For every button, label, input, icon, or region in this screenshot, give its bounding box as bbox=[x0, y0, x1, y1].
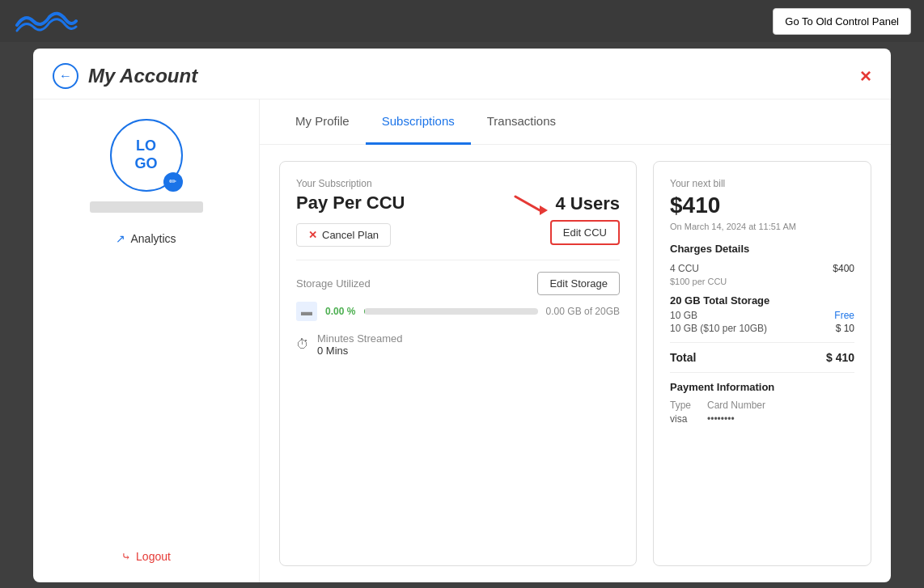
cancel-x-icon: ✕ bbox=[308, 229, 317, 241]
storage-header: Storage Utilized Edit Storage bbox=[296, 272, 620, 295]
logo-area bbox=[13, 5, 78, 37]
user-name-placeholder bbox=[90, 201, 203, 213]
logout-button[interactable]: ⤷ Logout bbox=[121, 550, 171, 563]
ccu-charge-row: 4 CCU $400 bbox=[670, 263, 854, 274]
payment-type-label: Type bbox=[670, 400, 691, 411]
clock-icon: ⏱ bbox=[296, 337, 309, 352]
payment-info-title: Payment Information bbox=[670, 381, 854, 393]
tab-my-profile[interactable]: My Profile bbox=[279, 99, 366, 145]
progress-bar-fill bbox=[364, 308, 365, 315]
plan-name: Pay Per CCU bbox=[296, 192, 405, 214]
external-link-icon: ↗ bbox=[116, 232, 125, 245]
storage-section: Storage Utilized Edit Storage ▬ 0.00 % 0… bbox=[296, 272, 620, 321]
next-bill-label: Your next bill bbox=[670, 178, 854, 189]
storage-row-free: 10 GB Free bbox=[670, 310, 854, 321]
avatar-container: LO GO ✏ bbox=[110, 119, 183, 192]
logout-icon: ⤷ bbox=[121, 550, 131, 563]
modal-header: ← My Account × bbox=[33, 49, 891, 99]
storage-row-extra: 10 GB ($10 per 10GB) $ 10 bbox=[670, 323, 854, 334]
users-section: 4 Users Edit CCU bbox=[511, 192, 620, 245]
avatar-logo-text: LO GO bbox=[134, 137, 157, 172]
tab-transactions[interactable]: Transactions bbox=[471, 99, 572, 145]
minutes-section: ⏱ Minutes Streamed 0 Mins bbox=[296, 332, 620, 357]
modal-title: My Account bbox=[88, 65, 197, 87]
payment-card-value: •••••••• bbox=[707, 413, 765, 425]
divider bbox=[296, 260, 620, 260]
bill-date: On March 14, 2024 at 11:51 AM bbox=[670, 222, 854, 231]
billing-divider-2 bbox=[670, 372, 854, 373]
storage-extra-label: 10 GB ($10 per 10GB) bbox=[670, 323, 767, 334]
analytics-label: Analytics bbox=[130, 232, 176, 245]
main-content-area: Your Subscription Pay Per CCU ✕ Cancel P… bbox=[260, 145, 891, 582]
storage-icon: ▬ bbox=[296, 302, 317, 321]
subscription-header: Pay Per CCU ✕ Cancel Plan bbox=[296, 192, 620, 247]
back-button[interactable]: ← bbox=[53, 63, 78, 89]
old-control-panel-button[interactable]: Go To Old Control Panel bbox=[773, 8, 911, 35]
total-row: Total $ 410 bbox=[670, 351, 854, 364]
cancel-plan-label: Cancel Plan bbox=[322, 229, 379, 241]
payment-card-label: Card Number bbox=[707, 400, 765, 411]
minutes-value: 0 Mins bbox=[317, 345, 403, 357]
users-count: 4 Users bbox=[555, 193, 620, 214]
storage-billing-title: 20 GB Total Storage bbox=[670, 294, 854, 307]
total-label: Total bbox=[670, 351, 696, 364]
avatar-edit-button[interactable]: ✏ bbox=[163, 172, 183, 192]
logo-icon bbox=[13, 5, 78, 37]
analytics-link[interactable]: ↗ Analytics bbox=[116, 232, 176, 245]
my-account-modal: ← My Account × LO GO ✏ bbox=[33, 49, 891, 582]
payment-card-col: Card Number •••••••• bbox=[707, 400, 765, 425]
modal-main: My Profile Subscriptions Transactions Yo… bbox=[260, 99, 891, 582]
logout-label: Logout bbox=[136, 550, 171, 563]
red-arrow-icon bbox=[511, 192, 552, 215]
ccu-sub-label: $100 per CCU bbox=[670, 277, 854, 286]
close-button[interactable]: × bbox=[860, 66, 871, 86]
storage-utilized-label: Storage Utilized bbox=[296, 277, 371, 290]
billing-card: Your next bill $410 On March 14, 2024 at… bbox=[653, 161, 871, 566]
cancel-plan-button[interactable]: ✕ Cancel Plan bbox=[296, 223, 391, 247]
modal-title-group: ← My Account bbox=[53, 63, 197, 89]
ccu-amount: $400 bbox=[833, 263, 854, 274]
edit-storage-button[interactable]: Edit Storage bbox=[537, 272, 620, 295]
storage-percent: 0.00 % bbox=[325, 306, 356, 317]
bill-amount: $410 bbox=[670, 192, 854, 218]
charges-title: Charges Details bbox=[670, 243, 854, 255]
subscription-label: Your Subscription bbox=[296, 178, 620, 189]
storage-10gb-amount: Free bbox=[834, 310, 854, 321]
modal-body: LO GO ✏ ↗ Analytics ⤷ Logout bbox=[33, 99, 891, 582]
minutes-label: Minutes Streamed bbox=[317, 332, 403, 345]
storage-extra-amount: $ 10 bbox=[836, 323, 854, 334]
storage-10gb-label: 10 GB bbox=[670, 310, 697, 321]
svg-marker-1 bbox=[540, 205, 548, 215]
payment-type-col: Type visa bbox=[670, 400, 691, 425]
edit-ccu-button[interactable]: Edit CCU bbox=[550, 220, 620, 245]
payment-type-value: visa bbox=[670, 413, 691, 425]
billing-divider bbox=[670, 342, 854, 343]
tab-subscriptions[interactable]: Subscriptions bbox=[366, 99, 471, 145]
progress-bar bbox=[364, 308, 538, 315]
total-amount: $ 410 bbox=[826, 351, 854, 364]
top-bar: Go To Old Control Panel bbox=[0, 0, 924, 42]
ccu-label: 4 CCU bbox=[670, 263, 699, 274]
minutes-info: Minutes Streamed 0 Mins bbox=[317, 332, 403, 357]
storage-amount: 0.00 GB of 20GB bbox=[546, 306, 620, 317]
modal-overlay: ← My Account × LO GO ✏ bbox=[0, 42, 924, 588]
svg-line-0 bbox=[515, 197, 540, 210]
tabs-bar: My Profile Subscriptions Transactions bbox=[260, 99, 891, 145]
modal-sidebar: LO GO ✏ ↗ Analytics ⤷ Logout bbox=[33, 99, 260, 582]
subscription-card: Your Subscription Pay Per CCU ✕ Cancel P… bbox=[279, 161, 637, 566]
payment-columns: Type visa Card Number •••••••• bbox=[670, 400, 854, 425]
storage-bar-container: ▬ 0.00 % 0.00 GB of 20GB bbox=[296, 302, 620, 321]
